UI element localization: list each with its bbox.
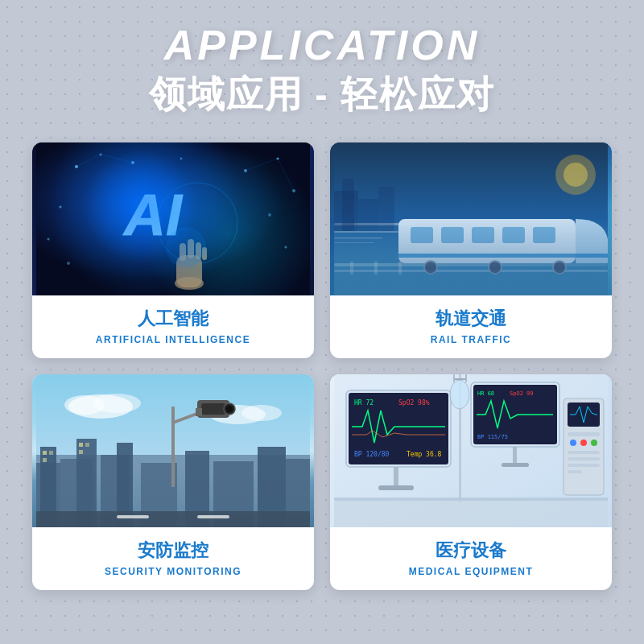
svg-rect-29	[334, 223, 415, 225]
svg-text:AI: AI	[122, 183, 184, 247]
title-application: APPLICATION	[164, 23, 481, 68]
svg-rect-96	[378, 485, 414, 490]
svg-point-11	[268, 213, 271, 217]
svg-text:HR 68: HR 68	[477, 390, 494, 397]
svg-rect-75	[79, 443, 83, 447]
svg-point-9	[292, 189, 295, 192]
svg-rect-110	[568, 451, 600, 454]
card-rail-image	[330, 142, 612, 295]
svg-rect-23	[180, 243, 186, 261]
svg-rect-72	[43, 451, 47, 455]
card-medical-image: HR 72 SpO2 98% BP 120/80 Temp 36.8 HR 68…	[330, 374, 612, 527]
card-rail-title-cn: 轨道交通	[436, 307, 506, 331]
svg-rect-41	[472, 227, 494, 243]
svg-rect-25	[196, 242, 201, 259]
svg-point-57	[93, 394, 141, 413]
svg-rect-119	[334, 499, 608, 527]
svg-rect-0	[36, 142, 310, 295]
svg-text:HR 72: HR 72	[354, 399, 374, 407]
svg-rect-106	[568, 432, 600, 436]
svg-point-8	[277, 158, 279, 160]
card-security-image	[32, 374, 314, 527]
card-medical-title-cn: 医疗设备	[436, 539, 506, 563]
card-security-info: 安防监控 SECURITY MONITORING	[32, 527, 314, 590]
card-medical-info: 医疗设备 MEDICAL EQUIPMENT	[330, 527, 612, 590]
card-ai-title-cn: 人工智能	[138, 307, 208, 331]
svg-rect-85	[36, 511, 310, 527]
svg-rect-76	[85, 443, 89, 447]
svg-text:SpO2 99: SpO2 99	[510, 390, 534, 397]
svg-text:BP 115/75: BP 115/75	[477, 434, 508, 440]
svg-rect-117	[465, 374, 467, 382]
svg-rect-81	[201, 403, 225, 415]
svg-rect-86	[117, 515, 149, 518]
svg-rect-50	[358, 199, 378, 231]
card-ai-info: 人工智能 ARTIFICIAL INTELLIGENCE	[32, 295, 314, 358]
rail-svg	[330, 142, 612, 295]
svg-rect-24	[188, 239, 194, 258]
svg-rect-120	[334, 497, 608, 501]
card-ai: AI AI 人工智能 ARTIFICIAL INTELLIGENCE	[32, 142, 314, 358]
svg-line-17	[246, 159, 278, 171]
svg-rect-112	[568, 464, 600, 467]
card-medical: HR 72 SpO2 98% BP 120/80 Temp 36.8 HR 68…	[330, 374, 612, 590]
svg-rect-78	[171, 407, 175, 487]
svg-rect-111	[568, 457, 600, 460]
card-security-title-en: SECURITY MONITORING	[105, 566, 242, 577]
svg-rect-22	[176, 255, 202, 287]
svg-rect-102	[513, 447, 517, 464]
svg-rect-38	[398, 219, 576, 263]
svg-point-13	[67, 262, 70, 265]
security-svg	[32, 374, 314, 527]
card-security: 安防监控 SECURITY MONITORING	[32, 374, 314, 590]
svg-rect-33	[334, 263, 608, 266]
ai-svg: AI AI	[32, 142, 314, 295]
svg-point-4	[100, 154, 102, 156]
svg-rect-51	[378, 187, 394, 231]
svg-point-83	[226, 406, 233, 412]
svg-rect-74	[43, 458, 47, 462]
svg-rect-113	[568, 470, 582, 473]
svg-rect-36	[374, 262, 378, 275]
svg-rect-73	[49, 451, 53, 455]
svg-point-46	[489, 261, 502, 274]
svg-rect-103	[502, 463, 529, 467]
svg-text:AI: AI	[122, 183, 184, 247]
svg-rect-26	[202, 247, 207, 260]
svg-point-5	[131, 161, 134, 164]
svg-point-109	[591, 440, 597, 446]
svg-point-12	[285, 246, 287, 249]
page-content: APPLICATION 领域应用 - 轻松应对	[0, 0, 644, 644]
svg-rect-84	[196, 408, 202, 416]
svg-point-47	[553, 261, 566, 274]
svg-point-14	[47, 238, 50, 241]
card-medical-title-en: MEDICAL EQUIPMENT	[409, 566, 534, 577]
svg-point-6	[180, 158, 183, 160]
svg-point-7	[244, 169, 247, 172]
svg-rect-42	[502, 227, 525, 243]
svg-text:SpO2 98%: SpO2 98%	[398, 399, 430, 407]
svg-point-107	[570, 440, 576, 446]
svg-rect-95	[394, 467, 398, 487]
svg-rect-87	[197, 515, 229, 518]
svg-point-108	[580, 440, 587, 446]
svg-point-118	[450, 380, 469, 409]
card-rail-info: 轨道交通 RAIL TRAFFIC	[330, 295, 612, 358]
svg-rect-40	[441, 227, 464, 243]
svg-rect-43	[533, 227, 555, 243]
svg-point-1	[85, 151, 197, 263]
svg-rect-77	[79, 450, 83, 454]
svg-line-15	[76, 155, 101, 167]
title-chinese: 领域应用 - 轻松应对	[149, 70, 496, 120]
card-ai-image: AI AI	[32, 142, 314, 295]
medical-svg: HR 72 SpO2 98% BP 120/80 Temp 36.8 HR 68…	[330, 374, 612, 527]
svg-text:BP 120/80: BP 120/80	[354, 451, 390, 458]
svg-point-59	[242, 405, 282, 421]
svg-point-10	[60, 206, 62, 208]
svg-rect-35	[350, 262, 353, 275]
card-rail: 轨道交通 RAIL TRAFFIC	[330, 142, 612, 358]
svg-rect-44	[398, 254, 608, 258]
svg-text:Temp 36.8: Temp 36.8	[407, 451, 442, 458]
card-rail-title-en: RAIL TRAFFIC	[431, 334, 511, 345]
cards-grid: AI AI 人工智能 ARTIFICIAL INTELLIGENCE	[32, 142, 612, 590]
